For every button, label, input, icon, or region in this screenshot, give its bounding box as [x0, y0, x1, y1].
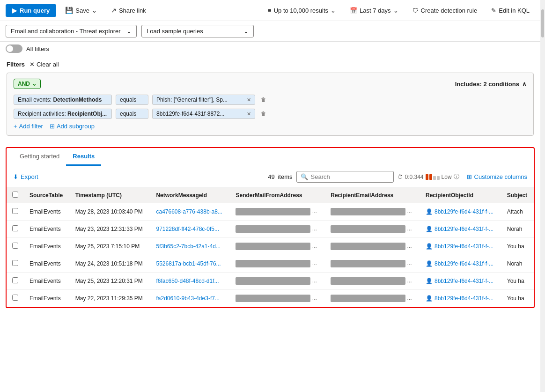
row-checkbox-cell: [7, 221, 24, 238]
save-chevron-icon: ⌄: [92, 7, 97, 14]
remove-filter-2-icon[interactable]: ✕: [247, 111, 251, 117]
timestamp-cell: May 28, 2023 10:03:40 PM: [70, 203, 151, 221]
filter-field-chip-1[interactable]: Email events: DetectionMethods: [14, 95, 112, 105]
recipient-object-cell[interactable]: 👤 8bb129fe-f6d4-431f-f-...: [420, 203, 501, 221]
network-message-id-cell[interactable]: fa2d0610-9b43-4de3-f7...: [150, 290, 230, 307]
network-message-id-cell[interactable]: ca476608-a776-438b-a8...: [150, 203, 230, 221]
table-row: EmailEvents May 24, 2023 10:51:18 PM 552…: [7, 255, 534, 273]
sender-cell: ...: [230, 238, 325, 255]
items-count: 49 items: [268, 173, 292, 180]
tabs: Getting started Results: [7, 148, 534, 166]
recipient-email-cell: ...: [325, 290, 420, 307]
remove-filter-1-icon[interactable]: ✕: [247, 97, 251, 103]
table-header-row: SourceTable Timestamp (UTC) NetworkMessa…: [7, 188, 534, 203]
network-message-id-cell[interactable]: 971228df-ff42-478c-0f5...: [150, 221, 230, 238]
row-checkbox-4[interactable]: [12, 277, 18, 283]
sender-mail-header: SenderMailFromAddress: [230, 188, 325, 203]
export-icon: ⬇: [13, 173, 18, 180]
filter-equals-2[interactable]: equals: [116, 109, 148, 119]
results-limit-chevron-icon: ⌄: [331, 7, 336, 14]
row-checkbox-1[interactable]: [12, 225, 18, 231]
sample-queries-dropdown[interactable]: Load sample queries ⌄: [141, 25, 254, 37]
subject-cell: You ha: [501, 273, 534, 290]
filter-bar: Email and collaboration - Threat explore…: [0, 21, 540, 42]
time-range-dropdown[interactable]: 📅 Last 7 days ⌄: [345, 4, 404, 17]
select-all-checkbox[interactable]: [12, 192, 18, 198]
search-box[interactable]: 🔍: [296, 171, 394, 183]
shield-icon: 🛡: [412, 7, 419, 14]
row-checkbox-2[interactable]: [12, 243, 18, 249]
data-source-chevron-icon: ⌄: [126, 28, 132, 35]
row-checkbox-0[interactable]: [12, 208, 18, 214]
clear-all-button[interactable]: ✕ Clear all: [29, 61, 59, 68]
row-checkbox-5[interactable]: [12, 295, 18, 301]
collapse-icon[interactable]: ∧: [522, 81, 527, 88]
timestamp-header: Timestamp (UTC): [70, 188, 151, 203]
network-message-id-cell[interactable]: f6fac650-d48f-48cd-d1f...: [150, 273, 230, 290]
subject-cell: Norah: [501, 255, 534, 273]
filter-equals-1[interactable]: equals: [116, 95, 148, 105]
filter-row: Recipient activities: RecipientObj... eq…: [14, 109, 527, 119]
results-limit-dropdown[interactable]: ≡ Up to 10,000 results ⌄: [263, 4, 341, 17]
play-icon: ▶: [12, 7, 17, 14]
recipient-object-cell[interactable]: 👤 8bb129fe-f6d4-431f-f-...: [420, 238, 501, 255]
add-filter-button[interactable]: + Add filter: [14, 123, 43, 130]
search-input[interactable]: [311, 173, 390, 180]
timestamp-cell: May 22, 2023 11:29:35 PM: [70, 290, 151, 307]
plus-icon: +: [14, 123, 17, 130]
recipient-email-header: RecipientEmailAddress: [325, 188, 420, 203]
network-message-id-cell[interactable]: 5526817a-bcb1-45df-76...: [150, 255, 230, 273]
row-checkbox-3[interactable]: [12, 260, 18, 266]
network-message-id-cell[interactable]: 5f3b65c2-7bcb-42a1-4d...: [150, 238, 230, 255]
perf-bar-1: [426, 174, 428, 180]
edit-kql-button[interactable]: ✎ Edit in KQL: [486, 4, 535, 17]
filter-row: Email events: DetectionMethods equals Ph…: [14, 95, 527, 105]
table-row: EmailEvents May 25, 2023 7:15:10 PM 5f3b…: [7, 238, 534, 255]
delete-filter-1-icon[interactable]: 🗑: [261, 96, 266, 103]
tab-getting-started[interactable]: Getting started: [13, 148, 66, 166]
filters-section: Filters ✕ Clear all AND ⌄ Includes: 2 co…: [0, 56, 540, 141]
delete-filter-2-icon[interactable]: 🗑: [261, 111, 266, 117]
user-icon: 👤: [426, 243, 433, 250]
timestamp-cell: May 24, 2023 10:51:18 PM: [70, 255, 151, 273]
timestamp-cell: May 25, 2023 7:15:10 PM: [70, 238, 151, 255]
export-button[interactable]: ⬇ Export: [13, 173, 38, 180]
perf-bar-2: [429, 174, 432, 180]
and-operator-badge[interactable]: AND ⌄: [14, 79, 41, 89]
recipient-object-cell[interactable]: 👤 8bb129fe-f6d4-431f-f-...: [420, 221, 501, 238]
table-row: EmailEvents May 28, 2023 10:03:40 PM ca4…: [7, 203, 534, 221]
edit-icon: ✎: [491, 7, 496, 14]
all-filters-bar: All filters: [0, 42, 540, 56]
recipient-email-cell: ...: [325, 255, 420, 273]
all-filters-toggle[interactable]: [6, 44, 22, 53]
create-detection-button[interactable]: 🛡 Create detection rule: [407, 4, 483, 17]
filter-value-2[interactable]: 8bb129fe-f6d4-431f-8872... ✕: [152, 109, 255, 119]
add-subgroup-button[interactable]: ⊞ Add subgroup: [50, 123, 95, 130]
select-all-column: [7, 188, 24, 203]
recipient-object-cell[interactable]: 👤 8bb129fe-f6d4-431f-f-...: [420, 290, 501, 307]
recipient-object-cell[interactable]: 👤 8bb129fe-f6d4-431f-f-...: [420, 255, 501, 273]
share-link-button[interactable]: ↗ Share link: [106, 4, 151, 17]
customize-columns-button[interactable]: ⊞ Customize columns: [467, 173, 527, 180]
row-checkbox-cell: [7, 255, 24, 273]
performance-bars: [426, 174, 440, 180]
filter-field-chip-2[interactable]: Recipient activities: RecipientObj...: [14, 109, 112, 119]
row-checkbox-cell: [7, 273, 24, 290]
scrollbar-thumb[interactable]: [541, 9, 544, 37]
timestamp-cell: May 23, 2023 12:31:33 PM: [70, 221, 151, 238]
run-query-button[interactable]: ▶ Run query: [6, 4, 56, 17]
toolbar-right: ≡ Up to 10,000 results ⌄ 📅 Last 7 days ⌄…: [263, 4, 535, 17]
recipient-object-cell[interactable]: 👤 8bb129fe-f6d4-431f-f-...: [420, 273, 501, 290]
save-button[interactable]: 💾 Save ⌄: [60, 4, 102, 17]
tab-results[interactable]: Results: [66, 148, 101, 166]
columns-icon: ⊞: [467, 173, 472, 180]
table-row: EmailEvents May 23, 2023 12:31:33 PM 971…: [7, 221, 534, 238]
results-table: SourceTable Timestamp (UTC) NetworkMessa…: [7, 188, 534, 307]
data-source-dropdown[interactable]: Email and collaboration - Threat explore…: [6, 25, 137, 37]
perf-bar-4: [437, 176, 440, 180]
timing-badge: ⏱ 0:0.344 Low ⓘ: [398, 173, 459, 181]
subgroup-icon: ⊞: [50, 123, 55, 130]
save-icon: 💾: [65, 7, 73, 14]
filter-value-1[interactable]: Phish: ["General filter"], Sp... ✕: [152, 95, 255, 105]
table-row: EmailEvents May 25, 2023 12:20:31 PM f6f…: [7, 273, 534, 290]
